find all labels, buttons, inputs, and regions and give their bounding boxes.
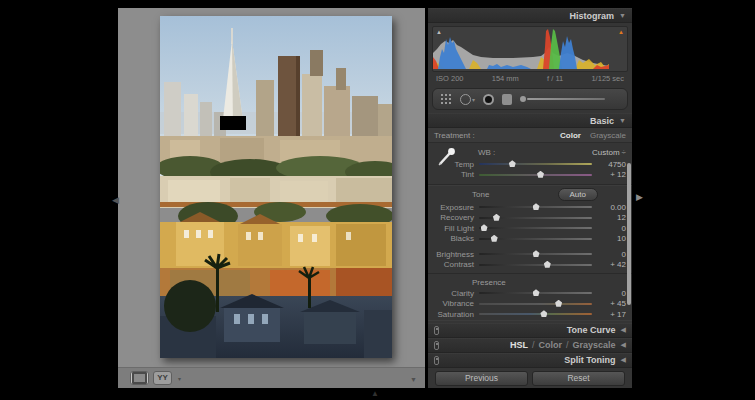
split-toning-expand-icon[interactable]: ◀ [621,356,626,364]
fill-light-knob[interactable] [481,224,488,231]
fill-light-slider[interactable] [479,227,592,229]
slider-row-fill-light: Fill Light 0 [428,223,632,234]
graduated-filter-button[interactable] [502,94,512,105]
fill-light-label: Fill Light [434,224,474,233]
crop-icon [440,93,452,105]
tint-label: Tint [434,170,474,179]
recovery-label: Recovery [434,213,474,222]
presence-label: Presence [472,278,506,287]
saturation-slider[interactable] [479,313,592,315]
recovery-value[interactable]: 12 [596,213,626,222]
saturation-label: Saturation [434,310,474,319]
tint-value[interactable]: + 12 [596,170,626,179]
clarity-slider[interactable] [479,292,592,294]
adjustment-brush-icon [520,96,526,102]
loupe-view-button[interactable] [130,371,149,385]
slider-row-clarity: Clarity 0 [428,288,632,299]
brightness-value[interactable]: 0 [596,250,626,259]
develop-toolbar: YY ▾ ▼ [118,367,425,388]
crop-tool-button[interactable] [440,93,452,105]
treatment-grayscale-option[interactable]: Grayscale [590,131,626,140]
tint-knob[interactable] [537,171,544,178]
develop-right-panel: Histogram ▼ ▲ ▲ ISO 200 154 mm f / 11 1/… [428,8,632,388]
panel-scrollbar[interactable] [627,163,631,305]
histogram-chart[interactable]: ▲ ▲ [432,26,628,72]
auto-tone-button[interactable]: Auto [558,188,598,201]
contrast-knob[interactable] [544,261,551,268]
blacks-value[interactable]: 10 [596,234,626,243]
color-tab[interactable]: Color [539,340,563,350]
vibrance-knob[interactable] [555,300,562,307]
tone-curve-title: Tone Curve [567,325,616,335]
photo-image [160,16,392,358]
filmstrip-reveal-icon[interactable]: ▲ [371,390,379,398]
adjustment-brush-button[interactable] [520,96,605,102]
temp-value[interactable]: 4750 [596,160,626,169]
split-toning-title: Split Toning [564,355,615,365]
before-after-icon: YY [157,374,168,382]
vibrance-label: Vibrance [434,299,474,308]
spot-removal-button[interactable]: ▾ [460,94,475,105]
tone-curve-switch-icon[interactable] [434,326,439,335]
vibrance-slider[interactable] [479,303,592,305]
hsl-slash: / [532,340,535,350]
before-after-button[interactable]: YY [153,371,172,385]
clarity-knob[interactable] [533,289,540,296]
basic-panel-header[interactable]: Basic ▼ [428,113,632,128]
histogram-collapse-icon[interactable]: ▼ [619,12,626,19]
temp-knob[interactable] [509,160,516,167]
saturation-knob[interactable] [540,310,547,317]
toolbar-options-icon[interactable]: ▼ [410,376,417,383]
brightness-slider[interactable] [479,253,592,255]
shadow-clipping-icon[interactable]: ▲ [436,29,442,35]
blacks-knob[interactable] [491,235,498,242]
red-eye-button[interactable] [483,94,494,105]
tone-curve-panel-header[interactable]: Tone Curve ◀ [428,323,632,338]
slider-row-exposure: Exposure 0.00 [428,202,632,213]
tone-curve-expand-icon[interactable]: ◀ [621,326,626,334]
brightness-knob[interactable] [533,250,540,257]
exposure-value[interactable]: 0.00 [596,203,626,212]
before-after-menu-icon[interactable]: ▾ [178,375,181,382]
photo-canvas[interactable] [160,16,392,358]
graduated-filter-icon [502,94,512,105]
treatment-label: Treatment : [434,131,475,140]
histogram-panel-header[interactable]: Histogram ▼ [428,8,632,23]
hsl-panel-header[interactable]: HSL / Color / Grayscale ◀ [428,338,632,353]
exposure-slider[interactable] [479,206,592,208]
clarity-value[interactable]: 0 [596,289,626,298]
left-panel-reveal-icon[interactable]: ◀ [112,196,119,205]
wb-eyedropper-icon[interactable] [436,147,458,167]
exposure-label: Exposure [434,203,474,212]
right-panel-reveal-icon[interactable]: ▶ [636,193,643,202]
previous-button[interactable]: Previous [435,371,528,386]
basic-collapse-icon[interactable]: ▼ [619,117,626,124]
tint-slider[interactable] [479,174,592,176]
blacks-slider[interactable] [479,238,592,240]
brightness-label: Brightness [434,250,474,259]
treatment-color-option[interactable]: Color [560,131,581,140]
vibrance-value[interactable]: + 45 [596,299,626,308]
split-toning-panel-header[interactable]: Split Toning ◀ [428,353,632,368]
exposure-knob[interactable] [533,203,540,210]
tool-strip: ▾ [432,88,628,110]
hsl-expand-icon[interactable]: ◀ [621,341,626,349]
contrast-value[interactable]: + 42 [596,260,626,269]
hsl-switch-icon[interactable] [434,341,439,350]
wb-preset-value[interactable]: Custom÷ [592,148,626,157]
saturation-value[interactable]: + 17 [596,310,626,319]
temp-slider[interactable] [479,163,592,165]
recovery-slider[interactable] [479,217,592,219]
split-toning-switch-icon[interactable] [434,356,439,365]
fill-light-value[interactable]: 0 [596,224,626,233]
slider-row-blacks: Blacks 10 [428,234,632,245]
recovery-knob[interactable] [493,214,500,221]
aperture-value: f / 11 [547,74,563,83]
contrast-slider[interactable] [479,264,592,266]
hsl-tab[interactable]: HSL [510,340,528,350]
slider-row-saturation: Saturation + 17 [428,309,632,320]
grayscale-tab[interactable]: Grayscale [573,340,616,350]
highlight-clipping-icon[interactable]: ▲ [618,29,624,35]
clarity-label: Clarity [434,289,474,298]
reset-button[interactable]: Reset [532,371,625,386]
